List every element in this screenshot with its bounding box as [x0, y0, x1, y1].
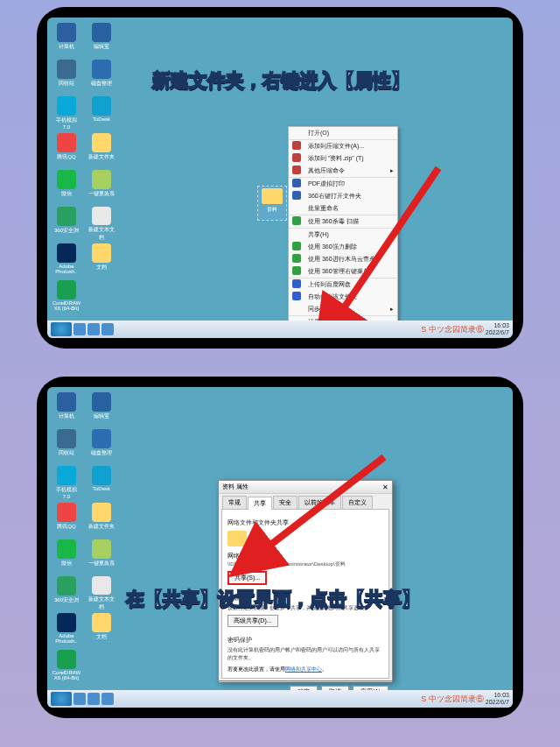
context-menu-item[interactable]: 同步至其它▸: [289, 303, 397, 315]
menu-label: 使用 360杀毒 扫描: [308, 218, 359, 224]
context-menu-item[interactable]: 其他压缩命令▸: [289, 165, 397, 177]
icon-label: Adobe Photosh..: [52, 633, 80, 644]
icon-label: 手机模拟7.0: [52, 486, 80, 499]
desktop-icon[interactable]: Adobe Photosh..: [52, 613, 80, 648]
menu-label: 上传到百度网盘: [308, 281, 351, 287]
app-icon: [92, 429, 111, 448]
desktop-icon[interactable]: 微信: [52, 539, 80, 574]
context-menu-item[interactable]: 添加到 "资料.zip" (T): [289, 152, 397, 165]
tab-以前的版本[interactable]: 以前的版本: [298, 496, 341, 509]
desktop-icon[interactable]: 计算机: [52, 392, 80, 427]
instruction-caption: 新建文件夹，右键进入【属性】: [152, 68, 410, 93]
context-menu-item[interactable]: 使用 360强力删除: [289, 241, 397, 253]
desktop-icon[interactable]: 计算机: [52, 23, 80, 58]
desktop-icons-grid: 计算机编辑宝回收站磁盘整理手机模拟7.0ToDesk腾讯QQ新建文件夹微信一键重…: [52, 23, 119, 315]
menu-icon: [292, 254, 301, 263]
desktop-icon[interactable]: 新建文件夹: [88, 503, 116, 538]
taskbar-item[interactable]: [102, 693, 114, 705]
app-icon: [57, 23, 76, 42]
icon-label: 微信: [61, 190, 72, 198]
icon-label: CorelDRAW X6 (64-Bit): [52, 300, 80, 311]
app-icon: [92, 503, 111, 522]
start-button[interactable]: [51, 322, 72, 336]
share-button[interactable]: 共享(S)...: [228, 571, 267, 585]
desktop-icon[interactable]: 新建文本文档: [88, 207, 116, 242]
desktop-icon[interactable]: 磁盘整理: [88, 429, 116, 464]
menu-label: 使用 360进行木马云查杀: [308, 256, 375, 262]
dialog-tabs[interactable]: 常规共享安全以前的版本自定义: [219, 494, 392, 509]
tab-共享[interactable]: 共享: [248, 497, 272, 510]
taskbar-item[interactable]: [88, 323, 100, 335]
selected-folder[interactable]: 资料: [257, 186, 287, 221]
taskbar-item[interactable]: [102, 323, 114, 335]
submenu-arrow-icon: ▸: [390, 305, 394, 314]
desktop-icon[interactable]: 一键重装系: [88, 170, 116, 205]
app-icon: [57, 650, 76, 669]
tab-常规[interactable]: 常规: [222, 496, 247, 509]
context-menu[interactable]: 打开(O)添加到压缩文件(A)...添加到 "资料.zip" (T)其他压缩命令…: [288, 126, 398, 338]
desktop-icon[interactable]: Adobe Photosh..: [52, 243, 80, 278]
taskbar-item[interactable]: [74, 323, 86, 335]
desktop-icon[interactable]: 回收站: [52, 60, 80, 95]
context-menu-item[interactable]: 共享(H)▸: [289, 228, 397, 241]
context-menu-item[interactable]: 使用 360进行木马云查杀: [289, 253, 397, 265]
desktop-icon[interactable]: 一键重装系: [88, 539, 116, 574]
icon-label: 新建文本文档: [88, 595, 116, 611]
desktop-icon[interactable]: 回收站: [52, 429, 80, 464]
properties-dialog[interactable]: 资料 属性 ✕ 常规共享安全以前的版本自定义 网络文件和文件夹共享 资料 共享式…: [218, 480, 393, 681]
context-menu-item[interactable]: 360右键打开文件夹: [289, 190, 397, 202]
desktop-icon[interactable]: 360安全浏: [52, 576, 80, 611]
tab-自定义[interactable]: 自定义: [342, 496, 373, 509]
desktop-icon[interactable]: 手机模拟7.0: [52, 96, 80, 131]
desktop-icon[interactable]: [88, 280, 116, 315]
app-icon: [57, 243, 76, 263]
desktop-icon[interactable]: 文档: [88, 613, 116, 648]
app-icon: [57, 280, 76, 300]
share-folder-name: 资料: [250, 531, 269, 539]
close-icon[interactable]: ✕: [382, 483, 388, 491]
icon-label: CorelDRAW X6 (64-Bit): [52, 670, 80, 680]
desktop-icon[interactable]: [88, 650, 116, 685]
clock: 16:032022/6/7: [486, 692, 509, 706]
clock: 16:032022/6/7: [486, 322, 509, 336]
desktop-icon[interactable]: 编辑宝: [88, 23, 116, 58]
context-menu-item[interactable]: 自动备份该文件夹: [289, 291, 397, 303]
desktop-icon[interactable]: 新建文本文档: [88, 576, 116, 611]
desktop-icon[interactable]: CorelDRAW X6 (64-Bit): [52, 650, 80, 685]
context-menu-item[interactable]: PDF虚拟打印: [289, 177, 397, 190]
desktop-icon[interactable]: 360安全浏: [52, 207, 80, 242]
desktop-icon[interactable]: ToDesk: [88, 96, 116, 131]
context-menu-item[interactable]: 上传到百度网盘: [289, 278, 397, 291]
tab-安全[interactable]: 安全: [273, 496, 298, 509]
dialog-titlebar[interactable]: 资料 属性 ✕: [219, 481, 392, 494]
link[interactable]: 网络和共享中心: [285, 666, 322, 672]
taskbar-item[interactable]: [88, 693, 100, 705]
menu-label: 同步至其它: [308, 306, 339, 312]
desktop-icon[interactable]: 腾讯QQ: [52, 503, 80, 538]
context-menu-item[interactable]: 使用 360管理右键菜单: [289, 265, 397, 278]
desktop-icon[interactable]: 编辑宝: [88, 392, 116, 427]
app-icon: [57, 60, 76, 79]
taskbar[interactable]: S 中ツ念囚简隶⑥ 16:032022/6/7: [47, 690, 513, 708]
desktop-icon[interactable]: ToDesk: [88, 466, 116, 501]
desktop-icon[interactable]: 微信: [52, 170, 80, 205]
app-icon: [57, 539, 76, 559]
context-menu-item[interactable]: 使用 360杀毒 扫描: [289, 215, 397, 228]
desktop-icon[interactable]: 腾讯QQ: [52, 133, 80, 168]
context-menu-item[interactable]: 批量重命名: [289, 202, 397, 215]
desktop-icon[interactable]: 新建文件夹: [88, 133, 116, 168]
icon-label: 微信: [61, 560, 72, 567]
desktop-icon[interactable]: 磁盘整理: [88, 60, 116, 95]
desktop-icon[interactable]: 手机模拟7.0: [52, 466, 80, 501]
adv-share-button[interactable]: 高级共享(D)...: [228, 615, 278, 627]
start-button[interactable]: [51, 692, 72, 706]
taskbar-item[interactable]: [74, 693, 86, 705]
context-menu-item[interactable]: 添加到压缩文件(A)...: [289, 139, 397, 152]
app-icon: [57, 576, 76, 595]
desktop-icon[interactable]: CorelDRAW X6 (64-Bit): [52, 280, 80, 315]
icon-label: 磁盘整理: [91, 80, 112, 88]
desktop-icon[interactable]: 文档: [88, 243, 116, 278]
app-icon: [57, 613, 76, 632]
taskbar[interactable]: S 中ツ念囚简隶⑥ 16:032022/6/7: [47, 321, 513, 338]
context-menu-item[interactable]: 打开(O): [289, 127, 397, 139]
